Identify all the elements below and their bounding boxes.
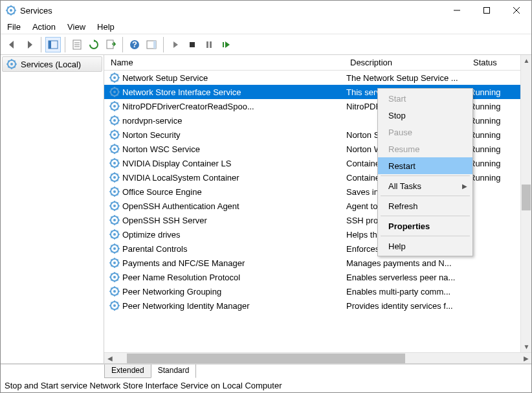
vertical-scrollbar[interactable]: ▲ ▼ (520, 55, 531, 352)
service-row[interactable]: Peer Networking GroupingEnables multi-pa… (104, 284, 531, 298)
column-header-status[interactable]: Status (467, 55, 518, 70)
service-description: The Network Setup Service ... (346, 73, 469, 83)
back-button[interactable] (5, 37, 20, 52)
toolbar-separator (41, 37, 41, 52)
menu-view[interactable]: View (67, 22, 85, 32)
context-menu: Start Stop Pause Resume Restart All Task… (377, 88, 473, 256)
menu-action[interactable]: Action (32, 22, 56, 32)
service-name: NVIDIA Display Container LS (122, 159, 346, 168)
service-name: Payments and NFC/SE Manager (122, 258, 346, 268)
properties-button[interactable] (69, 37, 85, 52)
service-status: Running (469, 173, 521, 183)
service-status: Running (469, 116, 521, 126)
service-name: Optimize drives (122, 230, 346, 240)
service-name: Norton Security (122, 130, 346, 140)
service-name: NitroPDFDriverCreatorReadSpoo... (122, 102, 346, 111)
service-row[interactable]: Peer Networking Identity ManagerProvides… (104, 298, 531, 313)
menu-file[interactable]: File (7, 22, 21, 32)
svg-rect-28 (223, 42, 224, 47)
service-icon (109, 258, 120, 268)
ctx-restart[interactable]: Restart (378, 157, 472, 174)
ctx-pause: Pause (378, 124, 472, 140)
scroll-thumb[interactable] (522, 185, 531, 210)
menu-help[interactable]: Help (97, 22, 115, 32)
view-tabs: Extended Standard (1, 364, 531, 378)
service-row[interactable]: Network Setup ServiceThe Network Setup S… (104, 71, 531, 85)
refresh-button[interactable] (86, 37, 102, 52)
forward-button[interactable] (21, 37, 37, 52)
svg-rect-25 (190, 42, 195, 47)
tab-standard[interactable]: Standard (151, 365, 197, 378)
service-icon (109, 215, 120, 225)
app-icon (6, 5, 16, 16)
service-status: Running (469, 102, 521, 111)
show-hide-tree-button[interactable] (45, 37, 61, 52)
ctx-separator (381, 196, 470, 196)
service-name: Office Source Engine (122, 187, 346, 197)
column-headers: Name Description Status (104, 55, 531, 71)
horizontal-scrollbar[interactable]: ◀ ▶ (104, 352, 531, 363)
service-name: Network Setup Service (122, 73, 346, 83)
scroll-right-icon[interactable]: ▶ (520, 353, 531, 364)
column-header-description[interactable]: Description (344, 55, 467, 70)
tree-root-services-local[interactable]: Services (Local) (2, 56, 102, 72)
service-name: OpenSSH SSH Server (122, 216, 346, 225)
ctx-all-tasks[interactable]: All Tasks▶ (378, 177, 472, 194)
minimize-button[interactable] (442, 1, 472, 20)
service-row[interactable]: Peer Name Resolution ProtocolEnables ser… (104, 270, 531, 284)
service-icon (109, 87, 120, 97)
tree-pane: Services (Local) (1, 55, 104, 363)
service-icon (109, 186, 120, 197)
service-row[interactable]: Payments and NFC/SE ManagerManages payme… (104, 256, 531, 270)
export-list-button[interactable] (103, 37, 118, 52)
ctx-properties[interactable]: Properties (378, 218, 472, 234)
close-button[interactable] (502, 1, 531, 20)
pause-service-button[interactable] (201, 37, 217, 52)
service-description: Provides identity services f... (346, 301, 469, 311)
ctx-refresh[interactable]: Refresh (378, 197, 472, 214)
service-icon (109, 73, 120, 83)
service-icon (109, 300, 120, 311)
service-name: NVIDIA LocalSystem Container (122, 173, 346, 183)
service-icon (109, 286, 120, 297)
list-pane: Name Description Status Network Setup Se… (104, 55, 531, 363)
service-name: Peer Networking Identity Manager (122, 301, 346, 311)
start-service-button[interactable] (168, 37, 183, 52)
ctx-separator (381, 175, 470, 176)
show-hide-action-pane-button[interactable] (144, 37, 159, 52)
svg-rect-24 (153, 41, 156, 49)
ctx-all-tasks-label: All Tasks (388, 181, 421, 191)
tab-extended[interactable]: Extended (104, 365, 151, 378)
service-description: Enables serverless peer na... (346, 273, 469, 282)
toolbar-separator (122, 37, 123, 52)
window-title: Services (20, 6, 442, 16)
ctx-help[interactable]: Help (378, 238, 472, 254)
service-icon (109, 229, 120, 240)
scroll-thumb[interactable] (127, 354, 405, 363)
scroll-down-icon[interactable]: ▼ (521, 341, 531, 352)
ctx-start: Start (378, 90, 472, 107)
help-button[interactable]: ? (127, 37, 142, 52)
service-name: OpenSSH Authentication Agent (122, 201, 346, 211)
ctx-stop[interactable]: Stop (378, 107, 472, 124)
scroll-up-icon[interactable]: ▲ (521, 55, 531, 66)
service-status: Running (469, 87, 521, 97)
scroll-left-icon[interactable]: ◀ (104, 353, 115, 364)
maximize-button[interactable] (472, 1, 502, 20)
service-icon (109, 115, 120, 126)
svg-text:?: ? (132, 39, 137, 49)
service-icon (109, 101, 120, 111)
service-status: Running (469, 130, 521, 140)
status-text: Stop and Start service Network Store Int… (5, 381, 282, 390)
restart-service-button[interactable] (218, 37, 234, 52)
service-description: Manages payments and N... (346, 258, 469, 268)
column-header-name[interactable]: Name (104, 55, 344, 70)
submenu-arrow-icon: ▶ (462, 183, 467, 190)
svg-rect-27 (210, 41, 212, 48)
service-description: Enables multi-party comm... (346, 287, 469, 297)
ctx-separator (381, 216, 470, 216)
svg-rect-26 (206, 41, 208, 48)
service-icon (109, 144, 120, 154)
service-status: Running (469, 144, 521, 154)
stop-service-button[interactable] (184, 37, 200, 52)
